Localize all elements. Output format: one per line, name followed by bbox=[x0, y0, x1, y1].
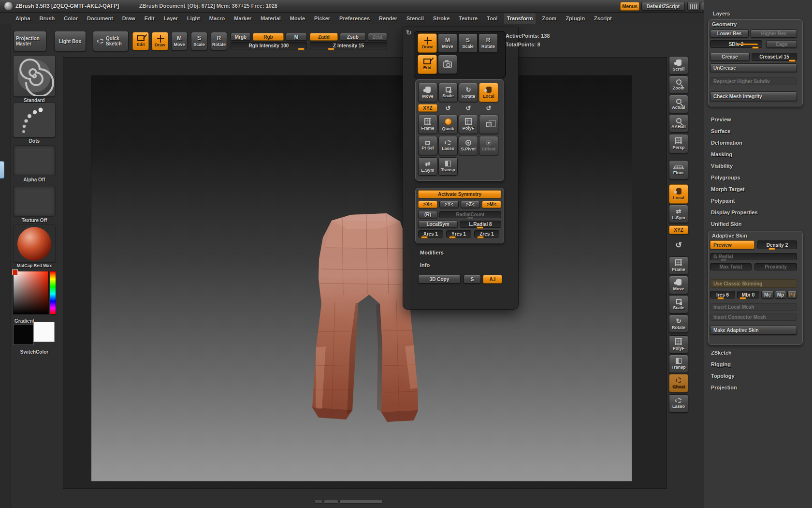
xyz-button[interactable]: XYZ bbox=[418, 104, 437, 112]
menu-transform[interactable]: Transform bbox=[504, 14, 536, 24]
menu-layer[interactable]: Layer bbox=[161, 14, 181, 24]
lower-res-button[interactable]: Lower Res bbox=[710, 30, 749, 38]
higher-res-button[interactable]: Higher Res bbox=[751, 30, 797, 38]
menu-marker[interactable]: Marker bbox=[231, 14, 254, 24]
ires-handle[interactable] bbox=[717, 297, 724, 299]
gradient-label[interactable]: Gradient bbox=[14, 318, 34, 324]
menus-button[interactable]: Menus bbox=[620, 2, 639, 11]
projection-master-button[interactable]: Projection Master bbox=[14, 31, 46, 51]
stroke-thumbnail[interactable] bbox=[13, 103, 56, 137]
tp-draw-button[interactable]: Draw bbox=[418, 33, 437, 53]
insert-connector-mesh-button[interactable]: Insert Connector Mesh bbox=[710, 314, 797, 321]
menu-zplugin[interactable]: Zplugin bbox=[563, 14, 588, 24]
section-zsketch[interactable]: ZSketch bbox=[711, 350, 732, 356]
current-color-swatch[interactable] bbox=[12, 269, 18, 275]
l-radial-slider[interactable]: L.Radial 8 bbox=[460, 221, 501, 228]
shelf-ghost-button[interactable]: Ghost bbox=[669, 374, 688, 392]
sym-z-button[interactable]: >Z< bbox=[461, 201, 480, 208]
shelf-local-button[interactable]: Local bbox=[669, 184, 688, 204]
section-polygroups[interactable]: Polygroups bbox=[711, 175, 740, 180]
texture-thumbnail[interactable] bbox=[13, 186, 56, 217]
menu-preferences[interactable]: Preferences bbox=[336, 14, 373, 24]
shelf-move-button[interactable]: Move bbox=[669, 276, 688, 294]
shelf-axis-rotate-button[interactable]: ↺ bbox=[669, 237, 688, 254]
cage-button[interactable]: Cage bbox=[766, 40, 797, 48]
pd-button[interactable]: Pd bbox=[787, 291, 797, 299]
gyro-scale-button[interactable]: Scale bbox=[438, 83, 458, 102]
sym-x-button[interactable]: >X< bbox=[418, 201, 437, 208]
menu-brush[interactable]: Brush bbox=[37, 14, 58, 24]
as-preview-button[interactable]: Preview bbox=[710, 240, 754, 249]
menu-color[interactable]: Color bbox=[61, 14, 81, 24]
tp-rotate-button[interactable]: R Rotate bbox=[478, 33, 498, 53]
shelf-rotate-button[interactable]: ↻ Rotate bbox=[669, 314, 688, 333]
use-classic-skinning-button[interactable]: Use Classic Skinning bbox=[710, 279, 797, 288]
x-axis-button[interactable]: ↺ bbox=[438, 103, 458, 113]
info-section-header[interactable]: Info bbox=[420, 262, 430, 268]
cpivot-button[interactable]: CPivot bbox=[479, 136, 498, 155]
scale-mode-button[interactable]: S Scale bbox=[191, 32, 207, 50]
palette-reset-icon[interactable]: ↻ bbox=[406, 29, 412, 36]
edit-mode-button[interactable]: Edit bbox=[132, 32, 149, 50]
y-axis-button[interactable]: ↺ bbox=[459, 103, 478, 113]
lasso-button[interactable]: Lasso bbox=[438, 136, 458, 155]
menu-draw[interactable]: Draw bbox=[119, 14, 138, 24]
reproject-button[interactable]: Reproject Higher Subdiv bbox=[710, 77, 797, 85]
shelf-polyf-button[interactable]: PolyF bbox=[669, 335, 688, 354]
menu-tool[interactable]: Tool bbox=[484, 14, 500, 24]
menu-movie[interactable]: Movie bbox=[287, 14, 308, 24]
rgb-intensity-handle[interactable] bbox=[298, 48, 304, 50]
light-box-button[interactable]: Light Box bbox=[54, 31, 86, 51]
menu-edit[interactable]: Edit bbox=[142, 14, 158, 24]
menu-light[interactable]: Light bbox=[184, 14, 203, 24]
menu-document[interactable]: Document bbox=[84, 14, 116, 24]
radial-count-slider[interactable]: RadialCount bbox=[439, 211, 501, 218]
menu-picker[interactable]: Picker bbox=[311, 14, 333, 24]
primary-color-swatch[interactable] bbox=[33, 322, 55, 342]
polyf-button[interactable]: PolyF bbox=[459, 115, 478, 134]
alpha-thumbnail[interactable] bbox=[13, 145, 56, 176]
canvas-h-scrollbar[interactable] bbox=[314, 499, 383, 504]
frame-button[interactable]: Frame bbox=[418, 115, 437, 134]
menu-render[interactable]: Render bbox=[376, 14, 400, 24]
shelf-lsym-button[interactable]: ⇄ L.Sym bbox=[669, 205, 688, 223]
secondary-color-swatch[interactable] bbox=[13, 325, 34, 345]
sdiv-handle[interactable] bbox=[752, 46, 759, 49]
ai-toggle-button[interactable]: A.I bbox=[483, 275, 502, 284]
section-preview[interactable]: Preview bbox=[711, 117, 731, 122]
menu-macro[interactable]: Macro bbox=[206, 14, 228, 24]
section-masking[interactable]: Masking bbox=[711, 151, 732, 157]
g-radial-slider[interactable]: G Radial bbox=[710, 253, 797, 260]
s-toggle-button[interactable]: S bbox=[464, 275, 481, 284]
copy-3d-button[interactable]: 3D Copy bbox=[418, 275, 461, 284]
xres-handle[interactable] bbox=[421, 236, 428, 239]
mp-button[interactable]: Mp bbox=[775, 291, 786, 299]
material-thumbnail[interactable] bbox=[13, 224, 56, 262]
mbr-slider[interactable]: Mbr 0 bbox=[737, 291, 759, 299]
quick-sketch-button[interactable]: Quick Sketch bbox=[93, 31, 129, 51]
left-tray-handle[interactable] bbox=[0, 161, 4, 179]
gyro-rotate-button[interactable]: ↻ Rotate bbox=[459, 83, 478, 102]
density-slider[interactable]: Density 2 bbox=[757, 240, 797, 249]
menu-stencil[interactable]: Stencil bbox=[404, 14, 427, 24]
zadd-button[interactable]: Zadd bbox=[310, 33, 338, 41]
section-display-properties[interactable]: Display Properties bbox=[711, 209, 758, 215]
density-handle[interactable] bbox=[768, 248, 775, 250]
section-deformation[interactable]: Deformation bbox=[711, 140, 742, 146]
m-button[interactable]: M bbox=[286, 33, 307, 41]
shelf-scale-button[interactable]: Scale bbox=[669, 295, 688, 314]
z-intensity-slider[interactable]: Z Intensity 15 bbox=[310, 42, 387, 49]
tp-camera-button[interactable] bbox=[438, 55, 457, 74]
transp-button[interactable]: Transp bbox=[438, 157, 458, 176]
move-mode-button[interactable]: M Move bbox=[171, 32, 188, 50]
mbr-handle[interactable] bbox=[740, 297, 746, 299]
tp-edit-button[interactable]: Edit bbox=[418, 55, 437, 74]
check-mesh-button[interactable]: Check Mesh Integrity bbox=[710, 91, 797, 101]
sym-m-button[interactable]: >M< bbox=[482, 201, 501, 208]
spin-button[interactable] bbox=[479, 115, 498, 134]
shelf-lasso-button[interactable]: Lasso bbox=[669, 394, 688, 413]
proximity-slider[interactable]: Proximity bbox=[754, 263, 797, 270]
section-unified-skin[interactable]: Unified Skin bbox=[711, 221, 742, 227]
menu-material[interactable]: Material bbox=[258, 14, 284, 24]
mc-button[interactable]: Mc bbox=[761, 291, 774, 299]
